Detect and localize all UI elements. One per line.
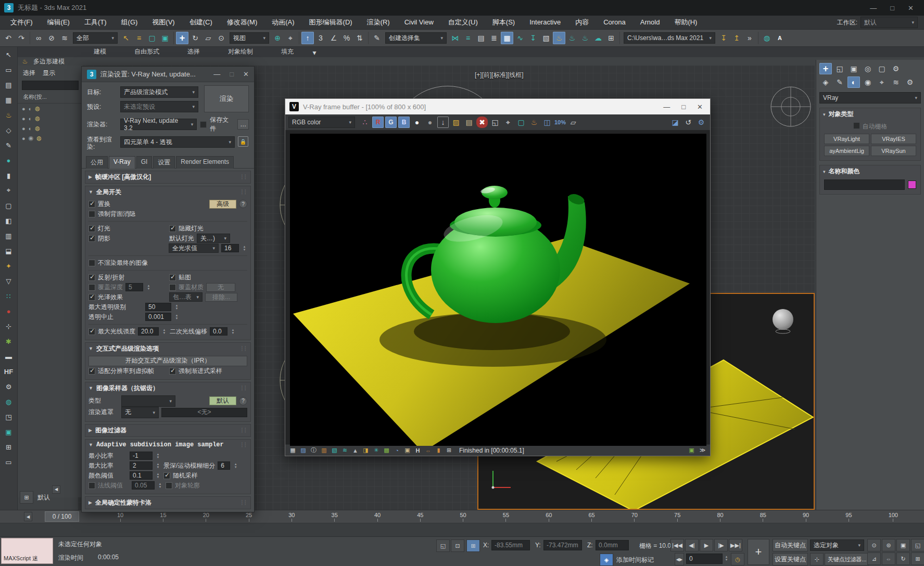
zoom-extents-icon[interactable]: ▣ xyxy=(896,539,910,551)
frozen-dot-icon[interactable]: ◉ xyxy=(29,135,34,142)
glossy-effects-checkbox[interactable] xyxy=(88,294,95,301)
ribbon-subtab[interactable]: 多边形建模 xyxy=(33,57,65,66)
timeline-tick[interactable]: 20 xyxy=(203,512,209,522)
vraylight-button[interactable]: VRayLight xyxy=(824,134,869,144)
maximize-viewport-icon[interactable]: ⊞ xyxy=(911,552,924,565)
light-tool-icon[interactable]: ✦ xyxy=(3,260,15,272)
snap-cross-icon[interactable]: ⊹ xyxy=(3,320,15,332)
scene-explorer-column-header[interactable]: 名称(按... xyxy=(18,91,83,104)
frame-spinner[interactable] xyxy=(724,554,729,563)
timeline-tick[interactable]: 55 xyxy=(503,512,509,522)
spinner-snap-icon[interactable]: ⇅ xyxy=(353,32,366,44)
scene-explorer-search-input[interactable] xyxy=(22,81,79,90)
vfb-expand-icon[interactable]: ≫ xyxy=(698,446,707,455)
visibility-dot-icon[interactable]: ● xyxy=(22,115,26,122)
rollout-image-filter[interactable]: ▶图像过滤器┆┆ xyxy=(85,425,250,436)
vfb-red-channel-icon[interactable]: R xyxy=(372,117,384,128)
gi-subdivs-field[interactable]: 16 xyxy=(221,244,239,252)
light-bulb-icon[interactable]: ◍ xyxy=(35,125,40,132)
snaps-toggle-icon[interactable]: 3 xyxy=(314,32,327,44)
current-frame-field[interactable]: 0 xyxy=(686,554,723,564)
frozen-dot-icon[interactable]: ◐ xyxy=(29,106,32,112)
viewport-label-token[interactable]: [线框] xyxy=(508,71,524,79)
target-dropdown[interactable]: 产品级渲染模式 xyxy=(120,86,198,98)
menu-item[interactable]: 脚本(S) xyxy=(485,18,522,26)
vfb-clipboard-icon[interactable]: ▤ xyxy=(463,117,475,128)
viewport-label[interactable]: [+][前][标准][线框] xyxy=(475,71,524,80)
vfb-stamp-icon[interactable]: ◫ xyxy=(541,117,553,128)
light-bulb-icon[interactable]: ◍ xyxy=(35,105,40,112)
normals-threshold-checkbox[interactable] xyxy=(88,482,95,489)
timeline-tick[interactable]: 95 xyxy=(845,512,852,522)
vfb-background-icon[interactable]: ▩ xyxy=(382,446,391,455)
maxscript-mini-listener[interactable]: MAXScript 迷 xyxy=(1,538,53,564)
fov-icon[interactable]: ⊿ xyxy=(867,552,881,565)
timeline-tick[interactable]: 45 xyxy=(417,512,423,522)
hf-tool-icon[interactable]: HF xyxy=(3,366,15,377)
rollout-name-and-color[interactable]: ▾名称和颜色 xyxy=(820,165,920,177)
scene-explorer-select-menu[interactable]: 选择 xyxy=(23,69,35,78)
shortcut-override-icon[interactable]: ↑ xyxy=(301,32,314,44)
frozen-dot-icon[interactable]: ◐ xyxy=(29,115,32,122)
rollout-frame-buffer[interactable]: ▶帧缓冲区 [高傲汉化]┆┆ xyxy=(85,171,250,183)
set-key-big-button[interactable]: + xyxy=(748,539,769,565)
sampler-type-dropdown[interactable] xyxy=(121,395,175,407)
displacement-checkbox[interactable] xyxy=(88,201,95,208)
spacewarps-category-icon[interactable]: ≋ xyxy=(890,76,902,88)
grid-tool-icon[interactable]: ⊞ xyxy=(3,441,15,453)
vfb-levels-icon[interactable]: ≋ xyxy=(340,446,349,455)
render-production-icon[interactable]: ♨ xyxy=(579,32,591,44)
render-mask-file[interactable]: <无> xyxy=(161,408,247,417)
rollout-ipr[interactable]: ▼交互式产品级渲染选项┆┆ xyxy=(85,343,250,355)
key-filters-button[interactable]: 关键点过滤器... xyxy=(825,553,869,565)
menu-item[interactable]: 帮助(H) xyxy=(667,18,704,26)
preset-dropdown[interactable]: 未选定预设 xyxy=(120,101,198,112)
close-icon[interactable]: ✕ xyxy=(908,4,914,12)
vfb-save-all-icon[interactable]: ▦ xyxy=(288,446,297,455)
vfb-info-icon[interactable]: ⓘ xyxy=(309,446,318,455)
menu-item[interactable]: 创建(C) xyxy=(182,18,220,26)
gi-subdivs-spinner[interactable] xyxy=(242,243,247,253)
viewport-label-token[interactable]: [标准] xyxy=(491,71,508,79)
menu-item[interactable]: 视图(V) xyxy=(145,18,182,26)
override-mtl-checkbox[interactable] xyxy=(169,284,176,291)
transp-cutoff-spinner[interactable] xyxy=(174,312,180,321)
vfb-vray-log-icon[interactable]: ▣ xyxy=(687,446,696,455)
vfb-exposure-icon[interactable]: ◨ xyxy=(361,446,370,455)
dof-subdivs-field[interactable]: 6 xyxy=(218,461,230,470)
panel-tool-icon[interactable]: ▥ xyxy=(3,230,15,241)
rotate-icon[interactable]: ↻ xyxy=(189,32,201,44)
vfb-clear-icon[interactable]: ✖ xyxy=(476,117,488,128)
next-frame-icon[interactable]: |▶ xyxy=(714,539,728,551)
visibility-dot-icon[interactable]: ● xyxy=(22,106,26,112)
rendered-frame-window-icon[interactable]: ♨ xyxy=(566,32,578,44)
quad-tool-icon[interactable]: ▢ xyxy=(3,200,15,211)
save-file-checkbox[interactable] xyxy=(200,121,207,128)
timeline-tick[interactable]: 50 xyxy=(460,512,466,522)
timeline-tick[interactable]: 90 xyxy=(803,512,809,522)
override-depth-checkbox[interactable] xyxy=(88,284,95,291)
vfb-channel-dropdown[interactable]: RGB color xyxy=(288,117,355,128)
force-progressive-checkbox[interactable] xyxy=(169,368,176,375)
gear-tool-icon[interactable]: ⚙ xyxy=(3,381,15,392)
rollout-dmc[interactable]: ▶全局确定性蒙特卡洛┆┆ xyxy=(85,497,250,509)
selection-lock-icon[interactable]: ⊡ xyxy=(451,539,464,552)
viewport-label-token[interactable]: [+] xyxy=(475,71,482,79)
vfb-open-icon[interactable]: ▨ xyxy=(450,117,462,128)
gi-evaluation-dropdown[interactable]: 全光求值 xyxy=(169,243,219,253)
x-coordinate-field[interactable]: -83.55mm xyxy=(491,540,530,550)
autogrid-checkbox[interactable] xyxy=(853,122,860,129)
vfb-heading-icon[interactable]: H xyxy=(413,446,422,455)
orbit-icon[interactable]: ↻ xyxy=(896,552,910,565)
isolate-selection-icon[interactable]: ◱ xyxy=(436,539,450,552)
zoom-icon[interactable]: ⊙ xyxy=(867,539,881,551)
default-lighting-icon[interactable]: ◍ xyxy=(761,32,773,44)
select-manipulate-icon[interactable]: ⌖ xyxy=(284,32,297,44)
geometry-category-icon[interactable]: ◈ xyxy=(819,76,832,88)
vfb-render-last-icon[interactable]: ♨ xyxy=(528,117,540,128)
menu-item[interactable]: 渲染(R) xyxy=(360,18,397,26)
shapes-category-icon[interactable]: ✎ xyxy=(833,76,846,88)
vfb-duplicate-icon[interactable]: ◱ xyxy=(489,117,501,128)
modifier-stack-icon[interactable]: ▦ xyxy=(3,94,15,106)
timeline-tick[interactable]: 85 xyxy=(760,512,766,522)
